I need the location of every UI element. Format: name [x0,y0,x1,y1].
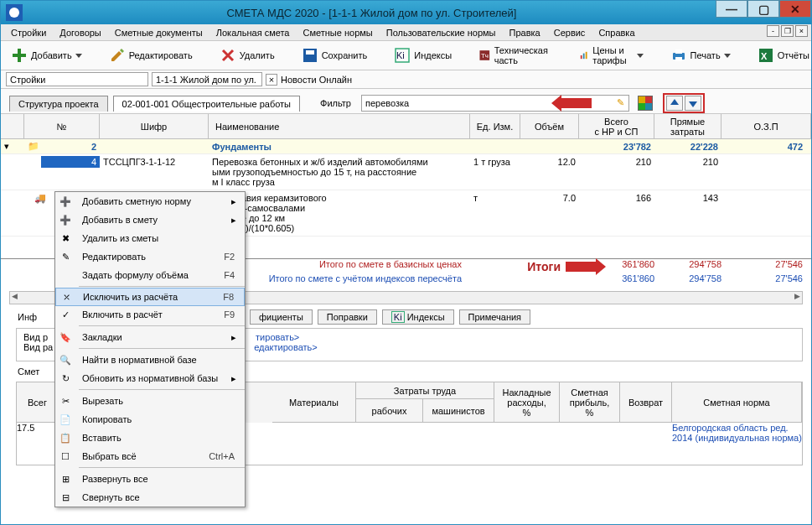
context-menu: ➕Добавить сметную норму▸➕Добавить в смет… [54,191,246,507]
filter-label: Фильтр [320,98,351,108]
folder-row[interactable]: ▾ 📁 2 Фундаменты 23'782 22'228 472 [1,139,811,154]
delete-icon [220,47,236,64]
tab-corrections[interactable]: Поправки [318,309,377,325]
filter-box: ✎ [361,95,629,112]
ctx-удалить-из-сметы[interactable]: ✖Удалить из сметы [55,229,245,247]
breadcrumb-news[interactable]: Новости Онлайн [281,75,352,85]
svg-rect-7 [583,54,585,60]
refr-icon: ↻ [55,373,75,384]
truck-icon: 🚚 [34,193,46,203]
color-grid-icon[interactable] [638,96,653,111]
filter-input[interactable] [362,96,555,110]
menu-spravka[interactable]: Справка [592,26,641,39]
ctx-обновить-из-нормативной-базы[interactable]: ↻Обновить из нормативной базы▸ [55,369,245,387]
ctx-свернуть-все[interactable]: ⊟Свернуть все [55,488,245,507]
tab-works[interactable]: 02-001-001 Общестроительные работы [113,96,300,112]
excel-icon: X [758,47,774,64]
indexes-button[interactable]: Ki Индексы [389,45,457,65]
breadcrumb-close[interactable]: × [266,74,277,86]
minimize-button[interactable]: — [716,0,747,18]
ctx-добавить-в-смету[interactable]: ➕Добавить в смету▸ [55,211,245,229]
ctx-добавить-сметную-норму[interactable]: ➕Добавить сметную норму▸ [55,192,245,211]
svg-rect-10 [675,49,682,54]
copy-icon: 📄 [55,414,75,425]
filter-clear-icon[interactable]: ✎ [613,97,628,108]
svg-rect-11 [675,57,682,61]
menu-smetnye-documenty[interactable]: Сметные документы [108,26,209,39]
window-title: СМЕТА МДС 2020 - [1-1-1 Жилой дом по ул.… [28,7,716,19]
ctx-развернуть-все[interactable]: ⊞Развернуть все [55,470,245,488]
tech-part-button[interactable]: Тч Техническая часть [473,44,557,67]
indexes-icon: Ki [394,47,411,64]
chart-icon [579,47,589,64]
ctx-вырезать[interactable]: ✂Вырезать [55,392,245,410]
ctx-найти-в-нормативной-базе[interactable]: 🔍Найти в нормативной базе [55,351,245,369]
edit-link-2[interactable]: едактировать> [254,342,318,352]
prices-button[interactable]: Цены и тарифы [574,44,648,67]
print-button[interactable]: Печать [665,45,736,65]
mdi-close[interactable]: × [795,25,808,37]
ctx-задать-формулу-объёма[interactable]: Задать формулу объёмаF4 [55,266,245,284]
nav-up-down [663,93,705,113]
edit-link-1[interactable]: тировать> [256,332,299,342]
close-button[interactable]: ✕ [779,0,811,18]
cut-icon: ✂ [55,396,75,407]
app-icon [6,4,23,21]
pencil-icon [109,47,126,64]
arrow-annotation-filter [561,98,592,108]
ctx-включить-в-расчёт[interactable]: ✓Включить в расчётF9 [55,305,245,324]
nav-down-button[interactable] [685,96,701,111]
main-toolbar: Добавить Редактировать Удалить Сохранить… [1,41,811,70]
ctx-копировать[interactable]: 📄Копировать [55,410,245,429]
tech-icon: Тч [478,47,491,64]
menu-polz-normy[interactable]: Пользовательские нормы [380,26,503,39]
ctx-закладки[interactable]: 🔖Закладки▸ [55,328,245,346]
svg-rect-8 [586,52,587,59]
titlebar: СМЕТА МДС 2020 - [1-1-1 Жилой дом по ул.… [1,1,811,24]
nav-up-button[interactable] [666,96,683,111]
breadcrumb-doc[interactable] [152,72,262,86]
bm-icon: 🔖 [55,332,75,343]
plus-icon [11,47,28,64]
menu-servis[interactable]: Сервис [547,26,592,39]
ctx-выбрать-всё[interactable]: ☐Выбрать всёCtrl+A [55,447,245,465]
exp-icon: ⊞ [55,474,75,485]
sel-icon: ☐ [55,451,75,462]
reports-button[interactable]: X Отчёты [753,45,812,65]
menu-stroiki[interactable]: Стройки [4,26,53,39]
col-icon: ⊟ [55,492,75,503]
data-row-1[interactable]: 4 ТССЦПГ3-1-1-12 Перевозка бетонных и ж/… [1,154,811,190]
add-icon: ➕ [55,215,75,226]
edit-icon: ✎ [55,252,75,262]
mdi-minimize[interactable]: - [767,25,779,37]
tabbar: Структура проекта 02-001-001 Общестроите… [1,89,811,114]
mdi-restore[interactable]: ❐ [781,25,794,37]
breadcrumb-root[interactable] [6,72,148,86]
del-icon: ✖ [55,233,75,244]
ctx-редактировать[interactable]: ✎РедактироватьF2 [55,247,245,266]
menu-dogovory[interactable]: Договоры [53,26,107,39]
svg-text:X: X [761,51,768,61]
menu-pravka[interactable]: Правка [503,26,547,39]
totals-annotation: Итоги [527,260,561,273]
menu-smetnye-normy[interactable]: Сметные нормы [297,26,380,39]
save-icon [302,47,318,64]
tab-structure[interactable]: Структура проекта [9,96,108,112]
add-button[interactable]: Добавить [6,45,87,65]
tab-coefficients[interactable]: фициенты [250,309,313,325]
add-icon: ➕ [55,196,75,207]
tab-indexes-lower[interactable]: Ki Индексы [382,309,454,325]
delete-button[interactable]: Удалить [215,45,280,65]
tab-notes[interactable]: Примечания [459,309,531,325]
svg-rect-6 [581,55,582,59]
find-icon: 🔍 [55,355,75,366]
incl-icon: ✓ [55,309,75,320]
maximize-button[interactable]: ▢ [747,0,779,18]
save-button[interactable]: Сохранить [297,45,373,65]
folder-icon: 📁 [28,141,39,151]
ctx-исключить-из-расчёта[interactable]: ⤫Исключить из расчётаF8 [55,288,245,306]
ctx-вставить[interactable]: 📋Вставить [55,429,245,447]
svg-text:Ki: Ki [396,50,405,60]
edit-button[interactable]: Редактировать [104,45,198,65]
menu-lokalnaya[interactable]: Локальная смета [209,26,297,39]
